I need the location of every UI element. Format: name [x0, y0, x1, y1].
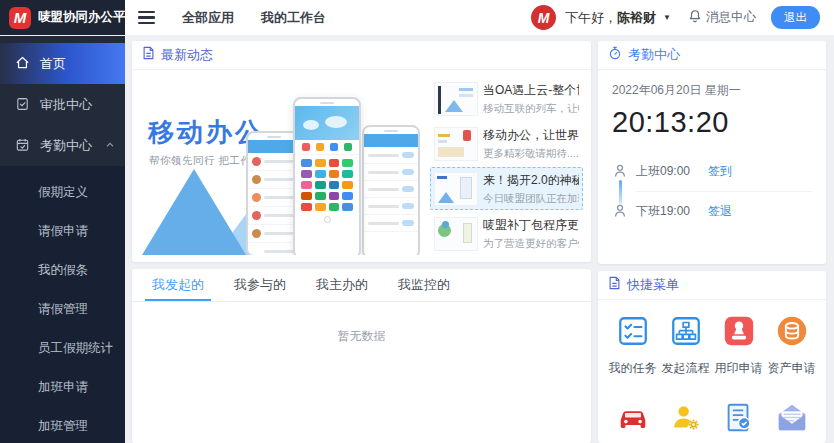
- tasks-card: 我发起的 我参与的 我主办的 我监控的 暂无数据: [132, 269, 591, 443]
- checkin-row: 上班09:00 签到: [612, 151, 812, 191]
- stamp-icon: [722, 314, 756, 352]
- oa-platform-screen: M 唛盟协同办公平台 全部应用 我的工作台 M 下午好，陈裕财 ▼ 消息中心 退…: [0, 0, 834, 443]
- menu-all-apps[interactable]: 全部应用: [182, 9, 234, 27]
- logo-block: M 唛盟协同办公平台: [0, 0, 125, 35]
- sidebar-subitem-overtime-management[interactable]: 加班管理: [0, 407, 125, 443]
- tab-monitored-by-me[interactable]: 我监控的: [383, 269, 465, 301]
- sidebar-subitem-overtime-request[interactable]: 加班申请: [0, 368, 125, 407]
- hamburger-menu-icon[interactable]: [138, 11, 155, 25]
- attendance-timeline: 上班09:00 签到 下班19:00 签退: [612, 151, 812, 231]
- latest-news-title: 最新动态: [161, 46, 213, 64]
- database-icon: [775, 314, 809, 352]
- news-desc: 更多精彩敬请期待........: [483, 147, 579, 161]
- calendar-check-icon: [15, 137, 30, 155]
- news-thumbnail: [434, 172, 478, 206]
- sidebar-item-label: 审批中心: [40, 96, 92, 114]
- checkout-button[interactable]: 签退: [708, 203, 732, 220]
- home-icon: [15, 55, 30, 73]
- sidebar-subitem-employee-holiday-stats[interactable]: 员工假期统计: [0, 329, 125, 368]
- checkout-label: 下班19:00: [636, 203, 708, 220]
- sidebar-item-label: 首页: [40, 55, 66, 73]
- document-icon: [608, 276, 621, 294]
- checkin-button[interactable]: 签到: [708, 163, 732, 180]
- top-bar: M 唛盟协同办公平台 全部应用 我的工作台 M 下午好，陈裕财 ▼ 消息中心 退…: [0, 0, 834, 36]
- flow-sitemap-icon: [669, 314, 703, 352]
- news-thumbnail: [434, 217, 478, 251]
- sidebar-subitem-holiday-definition[interactable]: 假期定义: [0, 173, 125, 212]
- attendance-title: 考勤中心: [628, 46, 680, 64]
- car-icon: [616, 401, 650, 439]
- sidebar-subitem-leave-request[interactable]: 请假申请: [0, 212, 125, 251]
- top-nav: 全部应用 我的工作台: [125, 0, 326, 35]
- sidebar-item-label: 考勤中心: [40, 137, 92, 155]
- attendance-header: 考勤中心: [598, 41, 826, 70]
- logout-button[interactable]: 退出: [771, 6, 820, 29]
- news-list: 当OA遇上云-整个协同OA 移动互联的列车，让OA与云: [430, 77, 583, 255]
- mobile-office-banner[interactable]: 移动办公 帮你领先同行 把工作带出办公室: [140, 77, 424, 255]
- phone-mockup-right: [362, 125, 420, 255]
- news-item[interactable]: 移动办公，让世界触手可 更多精彩敬请期待........: [430, 122, 583, 165]
- tab-hosted-by-me[interactable]: 我主办的: [301, 269, 383, 301]
- news-item[interactable]: 唛盟补丁包程序更新 为了营造更好的客户体验，唛: [430, 212, 583, 255]
- envelope-icon: [775, 401, 809, 439]
- news-title: 当OA遇上云-整个协同OA: [483, 82, 579, 99]
- chevron-down-icon[interactable]: ▼: [663, 13, 671, 22]
- sidebar-item-home[interactable]: 首页: [0, 43, 125, 84]
- checkin-label: 上班09:00: [636, 163, 708, 180]
- quick-item-start-flow[interactable]: 发起流程: [659, 314, 712, 377]
- tab-initiated-by-me[interactable]: 我发起的: [137, 269, 219, 301]
- attendance-date: 2022年06月20日 星期一: [612, 82, 812, 99]
- quick-item-label: 用印申请: [715, 360, 763, 377]
- news-item-active[interactable]: 来！揭开2.0的神秘面纱- 今日唛盟团队正在加班加点，: [430, 167, 583, 210]
- sidebar-subitem-my-leave-notes[interactable]: 我的假条: [0, 251, 125, 290]
- contract-document-icon: [722, 401, 756, 439]
- quick-menu-card: 快捷菜单 我的任务 发起流程 用印申请: [598, 271, 826, 443]
- phone-mockup-center: [293, 97, 361, 255]
- news-title: 移动办公，让世界触手可: [483, 127, 579, 144]
- quick-menu-grid: 我的任务 发起流程 用印申请 资产申请: [598, 300, 826, 443]
- sidebar: 首页 审批中心 考勤中心 假期定义 请假申请 我的假条 请假管理 员工假期统计: [0, 36, 125, 443]
- chevron-up-icon: [105, 138, 115, 153]
- quick-item-my-tasks[interactable]: 我的任务: [606, 314, 659, 377]
- user-greeting[interactable]: 下午好，陈裕财: [565, 9, 656, 27]
- attendance-clock: 20:13:20: [612, 106, 812, 139]
- news-item[interactable]: 当OA遇上云-整个协同OA 移动互联的列车，让OA与云: [430, 77, 583, 120]
- sidebar-submenu: 假期定义 请假申请 我的假条 请假管理 员工假期统计 加班申请 加班管理: [0, 166, 125, 443]
- tasks-empty-state: 暂无数据: [132, 302, 591, 443]
- news-desc: 今日唛盟团队正在加班加点，: [483, 192, 579, 206]
- mountain-shape: [142, 169, 246, 255]
- clipboard-check-icon: [15, 96, 30, 114]
- brand-logo-icon: M: [9, 7, 31, 29]
- quick-item-car-request[interactable]: 用车申请: [606, 401, 659, 443]
- quick-item-meeting-request[interactable]: 会议申请: [659, 401, 712, 443]
- message-center-label: 消息中心: [706, 9, 756, 26]
- quick-item-seal-request[interactable]: 用印申请: [712, 314, 765, 377]
- attendance-card: 考勤中心 2022年06月20日 星期一 20:13:20 上班09:00 签到: [598, 41, 826, 264]
- checkout-row: 下班19:00 签退: [612, 191, 812, 231]
- news-title: 唛盟补丁包程序更新: [483, 217, 579, 234]
- menu-my-workbench[interactable]: 我的工作台: [261, 9, 326, 27]
- user-avatar[interactable]: M: [531, 5, 556, 30]
- sidebar-subitem-leave-management[interactable]: 请假管理: [0, 290, 125, 329]
- message-center[interactable]: 消息中心: [688, 9, 756, 27]
- quick-item-label: 资产申请: [768, 360, 816, 377]
- person-icon: [612, 151, 636, 191]
- greeting-text: 下午好，: [565, 10, 617, 25]
- news-thumbnail: [434, 127, 478, 161]
- quick-menu-title: 快捷菜单: [627, 276, 679, 294]
- app-title: 唛盟协同办公平台: [38, 9, 138, 26]
- sidebar-item-approval-center[interactable]: 审批中心: [0, 84, 125, 125]
- empty-text: 暂无数据: [338, 328, 386, 345]
- latest-news-card: 最新动态 移动办公 帮你领先同行 把工作带出办公室: [132, 41, 591, 262]
- quick-item-new-mail[interactable]: 新建邮件: [765, 401, 818, 443]
- bell-icon: [688, 9, 702, 27]
- quick-item-asset-request[interactable]: 资产申请: [765, 314, 818, 377]
- news-desc: 移动互联的列车，让OA与云: [483, 102, 579, 116]
- timeline-connector: [619, 180, 622, 205]
- sidebar-item-attendance-center[interactable]: 考勤中心: [0, 125, 125, 166]
- news-title: 来！揭开2.0的神秘面纱-: [483, 172, 579, 189]
- top-bar-right: M 下午好，陈裕财 ▼ 消息中心 退出: [531, 0, 834, 35]
- tab-participated-by-me[interactable]: 我参与的: [219, 269, 301, 301]
- quick-item-label: 我的任务: [609, 360, 657, 377]
- quick-item-new-contract[interactable]: 新建合同: [712, 401, 765, 443]
